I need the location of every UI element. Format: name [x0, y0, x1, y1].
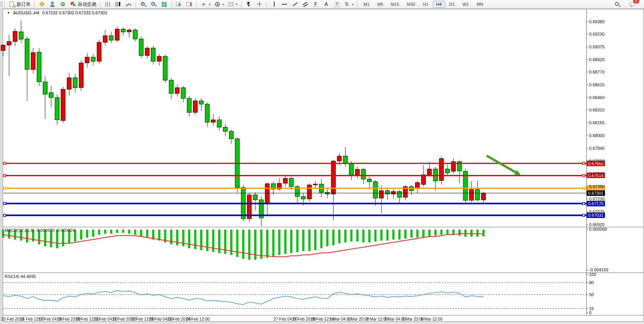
candle-body: [7, 41, 11, 45]
macd-histogram-bar: [393, 230, 395, 240]
macd-histogram-bar: [308, 230, 310, 251]
price-axis-label: 0.68310: [589, 108, 612, 112]
candle-body: [139, 39, 143, 56]
candle-body: [253, 195, 258, 200]
macd-histogram-bar: [284, 230, 286, 254]
macd-histogram-bar: [332, 230, 334, 245]
macd-histogram-bar: [422, 230, 424, 238]
macd-histogram-bar: [374, 230, 376, 242]
chart-dropdown-icon[interactable]: ▼: [7, 11, 10, 15]
candle-body: [427, 169, 432, 175]
candle-body: [127, 30, 132, 32]
macd-histogram-bar: [122, 230, 124, 233]
price-axis-label: 0.66920: [589, 222, 612, 227]
candle-body: [211, 120, 215, 122]
candle-body: [313, 184, 318, 185]
candle-body: [469, 189, 473, 200]
price-axis-label: 0.67380: [589, 184, 612, 189]
candle-body: [25, 39, 29, 70]
macd-histogram-bar: [314, 230, 316, 250]
candle-body: [19, 32, 23, 39]
candle-body: [439, 159, 444, 181]
rsi-axis-label: 50: [589, 292, 594, 297]
macd-histogram-bar: [206, 230, 208, 251]
macd-histogram-bar: [98, 230, 100, 235]
level-handle[interactable]: [583, 187, 585, 189]
candle-body: [301, 197, 306, 199]
candle-body: [349, 163, 354, 175]
candle-body: [85, 57, 89, 63]
trend-arrow-annotation[interactable]: [487, 156, 516, 172]
price-axis-label: 0.67690: [589, 159, 612, 163]
candle-body: [31, 53, 35, 70]
candle-body: [91, 57, 95, 62]
macd-histogram-bar: [381, 230, 383, 240]
candle-body: [157, 56, 161, 61]
macd-histogram-bar: [344, 230, 346, 242]
macd-histogram-bar: [266, 230, 268, 258]
macd-histogram-bar: [356, 230, 358, 242]
candle-body: [169, 80, 173, 93]
candle-body: [283, 178, 287, 183]
candle-body: [482, 193, 486, 200]
chart-symbol-timeframe: AUDUSD-,H4: [13, 10, 39, 15]
level-handle[interactable]: [583, 214, 585, 216]
candle-body: [421, 175, 425, 185]
candle-body: [355, 169, 359, 175]
macd-histogram-bar: [405, 230, 407, 238]
macd-histogram-bar: [434, 230, 436, 236]
candle-body: [37, 52, 41, 82]
chart-ohlc-values: 0.67232 0.67302 0.67232 0.67301: [42, 10, 107, 15]
macd-indicator-label: MACD(12,26,9) -0.000670 -0.000424: [5, 228, 75, 233]
macd-histogram-bar: [278, 230, 280, 255]
candle-body: [115, 29, 119, 40]
level-handle[interactable]: [583, 174, 585, 177]
rsi-indicator-label: RSI(14) 44.4695: [5, 274, 36, 279]
price-axis-label: 0.68770: [589, 70, 612, 74]
macd-histogram-bar: [188, 230, 190, 248]
macd-histogram-bar: [458, 230, 460, 236]
chart-canvas: [0, 0, 644, 324]
macd-histogram-bar: [110, 230, 112, 234]
price-axis-label: 0.67535: [589, 171, 612, 176]
macd-histogram-bar: [170, 230, 172, 244]
window-bottom-edge: [0, 322, 644, 324]
macd-histogram-bar: [290, 230, 292, 253]
macd-histogram-bar: [158, 230, 160, 240]
candle-body: [361, 169, 366, 179]
level-handle[interactable]: [3, 202, 6, 205]
price-axis-label: 0.69380: [589, 19, 612, 24]
candle-body: [163, 56, 167, 80]
price-level-badge-0.67175: 0.67175: [587, 201, 605, 206]
macd-histogram-bar: [116, 230, 118, 233]
macd-histogram-bar: [453, 230, 454, 235]
level-handle[interactable]: [3, 187, 6, 189]
candle-body: [73, 78, 77, 88]
macd-axis-label: 0.000068: [589, 227, 607, 231]
price-axis-label: 0.68460: [589, 95, 612, 100]
rsi-axis-label: 100: [589, 272, 596, 277]
level-handle[interactable]: [3, 174, 6, 177]
macd-histogram-bar: [362, 230, 364, 242]
candle-body: [43, 82, 47, 94]
rsi-line: [3, 291, 483, 305]
candle-body: [331, 161, 335, 194]
macd-histogram-bar: [446, 230, 448, 235]
candle-body: [97, 42, 101, 61]
level-handle[interactable]: [583, 162, 585, 165]
time-axis-label: 24 Feb 12:00: [186, 317, 210, 321]
macd-histogram-bar: [176, 230, 178, 245]
time-axis-label: 1 Mar 20:00: [347, 317, 369, 321]
macd-histogram-bar: [86, 230, 88, 238]
macd-histogram-bar: [2, 230, 4, 238]
price-level-badge-0.67301: 0.67301: [587, 190, 605, 196]
candle-body: [103, 36, 107, 42]
candle-body: [181, 87, 185, 98]
level-handle[interactable]: [3, 214, 6, 216]
chart-title: ▼ AUDUSD-,H4 0.67232 0.67302 0.67232 0.6…: [7, 10, 107, 15]
macd-histogram-bar: [320, 230, 322, 248]
macd-histogram-bar: [134, 230, 136, 235]
candle-body: [415, 183, 420, 189]
level-handle[interactable]: [3, 162, 6, 165]
level-handle[interactable]: [583, 202, 585, 205]
